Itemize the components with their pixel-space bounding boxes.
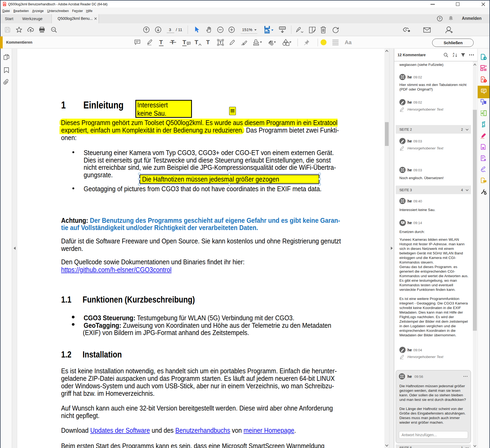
svg-text:T: T xyxy=(219,40,222,45)
svg-text:T: T xyxy=(402,76,403,78)
svg-text:?: ? xyxy=(439,17,441,21)
svg-text:T: T xyxy=(402,200,403,202)
svg-text:T: T xyxy=(401,375,403,378)
svg-text:T: T xyxy=(402,169,403,171)
